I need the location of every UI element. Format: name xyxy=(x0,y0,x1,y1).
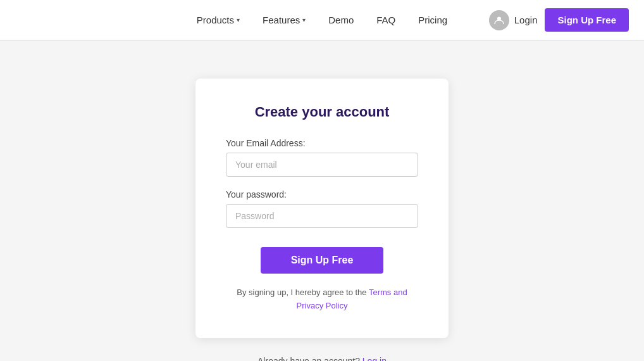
email-input[interactable] xyxy=(226,153,418,177)
header-right: Login Sign Up Free xyxy=(489,8,629,32)
footer-text: Already have an account? Log in xyxy=(257,356,387,361)
email-group: Your Email Address: xyxy=(226,138,418,177)
email-label: Your Email Address: xyxy=(226,138,418,148)
footer-login-link[interactable]: Log in xyxy=(362,356,387,361)
chevron-down-icon: ▾ xyxy=(302,16,306,23)
signup-card: Create your account Your Email Address: … xyxy=(195,79,449,338)
already-text: Already have an account? xyxy=(257,356,360,361)
terms-before: By signing up, I hereby agree to the xyxy=(237,288,369,297)
password-group: Your password: xyxy=(226,189,418,228)
nav-products-label: Products xyxy=(197,15,234,25)
nav-demo[interactable]: Demo xyxy=(328,15,354,25)
login-label: Login xyxy=(514,15,538,25)
password-input[interactable] xyxy=(226,204,418,228)
nav-features[interactable]: Features ▾ xyxy=(263,15,306,25)
login-button[interactable]: Login xyxy=(489,10,538,30)
nav-pricing[interactable]: Pricing xyxy=(418,15,447,25)
main-nav: Products ▾ Features ▾ Demo FAQ Pricing xyxy=(197,15,447,25)
nav-faq[interactable]: FAQ xyxy=(376,15,395,25)
main-content: Create your account Your Email Address: … xyxy=(0,41,644,361)
chevron-down-icon: ▾ xyxy=(237,16,240,23)
nav-products[interactable]: Products ▾ xyxy=(197,15,240,25)
card-title: Create your account xyxy=(255,104,390,120)
password-label: Your password: xyxy=(226,189,418,200)
terms-text: By signing up, I hereby agree to the Ter… xyxy=(226,286,418,313)
signup-form-button[interactable]: Sign Up Free xyxy=(261,247,384,274)
header: Products ▾ Features ▾ Demo FAQ Pricing L… xyxy=(0,0,644,41)
nav-features-label: Features xyxy=(263,15,300,25)
user-icon xyxy=(489,10,509,30)
signup-header-button[interactable]: Sign Up Free xyxy=(545,8,629,32)
